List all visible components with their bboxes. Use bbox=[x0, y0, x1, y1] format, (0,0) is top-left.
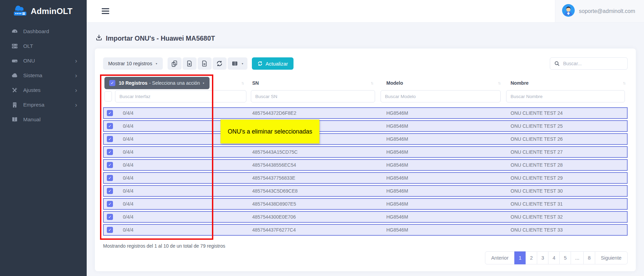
pagination-next[interactable]: Siguiente bbox=[595, 251, 628, 264]
cell-sn: 485754438D8907E5 bbox=[249, 201, 378, 207]
row-checkbox[interactable]: ✓ bbox=[107, 123, 113, 129]
user-menu[interactable]: soporte@adminolt.com bbox=[555, 0, 644, 22]
row-checkbox[interactable]: ✓ bbox=[107, 201, 113, 207]
row-checkbox[interactable]: ✓ bbox=[107, 162, 113, 168]
cell-interfaz: 0/4/4 bbox=[115, 149, 249, 155]
cell-sn: 485754437F6277C4 bbox=[249, 227, 378, 233]
cell-nombre: ONU CLIENTE TEST 28 bbox=[504, 162, 627, 168]
file-export-button[interactable] bbox=[198, 57, 212, 70]
column-header-nombre[interactable]: Nombre bbox=[511, 80, 529, 86]
cell-modelo: HG8546M bbox=[378, 188, 504, 194]
select-all-checkbox[interactable]: ✓ bbox=[109, 80, 115, 86]
sidebar: AdminOLT Dashboard OLT ONU › bbox=[0, 0, 87, 276]
show-entries-label: Mostrar 10 registros bbox=[108, 61, 152, 66]
server-icon bbox=[11, 43, 18, 50]
sidebar-item-dashboard[interactable]: Dashboard bbox=[0, 24, 87, 39]
chevron-right-icon: › bbox=[75, 87, 77, 93]
row-checkbox[interactable]: ✓ bbox=[107, 188, 113, 194]
cell-sn: 4857544372D6F8E2 bbox=[249, 110, 378, 116]
sidebar-item-label: Empresa bbox=[23, 102, 44, 108]
table-row[interactable]: ✓ 0/4/4 48575443C5D69CE8 HG8546M ONU CLI… bbox=[103, 185, 628, 197]
sort-nombre-icon[interactable]: ↑↓ bbox=[623, 81, 625, 85]
filter-interfaz-input[interactable] bbox=[115, 90, 246, 102]
sidebar-item-label: Dashboard bbox=[23, 28, 49, 34]
row-checkbox[interactable]: ✓ bbox=[107, 149, 113, 155]
book-icon bbox=[11, 116, 18, 123]
column-header-sn[interactable]: SN bbox=[252, 80, 259, 86]
row-checkbox[interactable]: ✓ bbox=[107, 110, 113, 116]
copy-icon bbox=[171, 60, 178, 67]
table-row[interactable]: ✓ 0/4/4 485754437756833E HG8546M ONU CLI… bbox=[103, 172, 628, 184]
show-entries-dropdown[interactable]: Mostrar 10 registros ▼ bbox=[103, 57, 163, 70]
table-row[interactable]: ✓ 0/4/4 485754438D8907E5 HG8546M ONU CLI… bbox=[103, 198, 628, 210]
column-visibility-button[interactable]: ▼ bbox=[228, 57, 247, 70]
brand-logo[interactable]: AdminOLT bbox=[0, 0, 87, 23]
table-row[interactable]: ✓ 0/4/4 485754438556EC54 HG8546M ONU CLI… bbox=[103, 159, 628, 171]
sidebar-item-empresa[interactable]: Empresa › bbox=[0, 97, 87, 112]
tools-icon bbox=[11, 87, 18, 94]
row-checkbox[interactable]: ✓ bbox=[107, 227, 113, 233]
sort-interfaz-icon[interactable]: ↑↓ bbox=[241, 81, 244, 85]
caret-down-icon: ▼ bbox=[241, 63, 244, 65]
table-row[interactable]: ✓ 0/4/4 HG8546M ONU CLIENTE TEST 25 bbox=[103, 120, 628, 132]
actualizar-button[interactable]: Actualizar bbox=[252, 57, 294, 70]
page-title: Importar ONU's - Huawei MA5680T bbox=[106, 34, 215, 42]
brand-name: AdminOLT bbox=[31, 6, 72, 16]
table-filter-row bbox=[103, 90, 628, 102]
filter-nombre-input[interactable] bbox=[506, 90, 625, 102]
menu-toggle-icon[interactable] bbox=[102, 8, 109, 14]
excel-export-button[interactable] bbox=[183, 57, 197, 70]
dashboard-icon bbox=[11, 28, 18, 35]
sort-modelo-icon[interactable]: ↑↓ bbox=[498, 81, 500, 85]
table-row[interactable]: ✓ 0/4/4 48575443A15CD75C HG8546M ONU CLI… bbox=[103, 146, 628, 158]
table-row[interactable]: ✓ 0/4/4 485754437F6277C4 HG8546M ONU CLI… bbox=[103, 224, 628, 236]
pagination-page-1[interactable]: 1 bbox=[514, 251, 526, 264]
pagination-page-8[interactable]: 8 bbox=[583, 251, 595, 264]
bulk-action-label: - Selecciona una acción bbox=[149, 80, 200, 86]
pagination-page-4[interactable]: 4 bbox=[548, 251, 560, 264]
sidebar-item-ajustes[interactable]: Ajustes › bbox=[0, 83, 87, 97]
cell-modelo: HG8546M bbox=[378, 214, 504, 220]
table-row[interactable]: ✓ 0/4/4 4857544300E0E706 HG8546M ONU CLI… bbox=[103, 211, 628, 223]
bulk-action-dropdown[interactable]: ✓ 10 Registros - Selecciona una acción ▼ bbox=[104, 77, 210, 89]
cell-nombre: ONU CLIENTE TEST 25 bbox=[504, 123, 627, 129]
column-header-modelo[interactable]: Modelo bbox=[386, 80, 403, 86]
sidebar-item-olt[interactable]: OLT bbox=[0, 39, 87, 53]
table-header-row: ✓ 10 Registros - Selecciona una acción ▼… bbox=[103, 76, 628, 90]
filter-modelo-input[interactable] bbox=[381, 90, 501, 102]
reload-table-button[interactable] bbox=[213, 57, 227, 70]
import-icon bbox=[96, 34, 102, 42]
row-checkbox[interactable]: ✓ bbox=[107, 136, 113, 142]
cell-sn: 48575443A15CD75C bbox=[249, 149, 378, 155]
sort-sn-icon[interactable]: ↑↓ bbox=[371, 81, 373, 85]
sidebar-item-label: Ajustes bbox=[23, 87, 41, 93]
sidebar-item-onu[interactable]: ONU › bbox=[0, 53, 87, 68]
pagination-page-5[interactable]: 5 bbox=[559, 251, 571, 264]
row-checkbox[interactable]: ✓ bbox=[107, 175, 113, 181]
select-filter-box[interactable] bbox=[104, 91, 112, 101]
copy-button[interactable] bbox=[168, 57, 182, 70]
cell-nombre: ONU CLIENTE TEST 33 bbox=[504, 227, 627, 233]
chevron-right-icon: › bbox=[75, 57, 77, 64]
row-checkbox[interactable]: ✓ bbox=[107, 214, 113, 220]
sidebar-item-label: ONU bbox=[23, 58, 35, 64]
excel-export-icon bbox=[186, 60, 193, 67]
user-email: soporte@adminolt.com bbox=[579, 8, 635, 14]
sidebar-item-manual[interactable]: Manual bbox=[0, 112, 87, 127]
pagination-page-2[interactable]: 2 bbox=[526, 251, 537, 264]
table-row[interactable]: ✓ 0/4/4 HG8546M ONU CLIENTE TEST 26 bbox=[103, 133, 628, 145]
app-window: AdminOLT Dashboard OLT ONU › bbox=[0, 0, 644, 276]
table-row[interactable]: ✓ 0/4/4 4857544372D6F8E2 HG8546M ONU CLI… bbox=[103, 107, 628, 119]
cloud-icon bbox=[11, 72, 18, 79]
selected-count: 10 Registros bbox=[119, 80, 147, 86]
building-icon bbox=[11, 101, 18, 108]
pagination-previous[interactable]: Anterior bbox=[485, 251, 515, 264]
cell-interfaz: 0/4/4 bbox=[115, 188, 249, 194]
cell-modelo: HG8546M bbox=[378, 175, 504, 181]
filter-sn-input[interactable] bbox=[251, 90, 375, 102]
yellow-annotation-tooltip: ONU's a eliminar seleccionadas bbox=[220, 120, 319, 143]
pagination-page-3[interactable]: 3 bbox=[537, 251, 548, 264]
sidebar-item-sistema[interactable]: Sistema › bbox=[0, 68, 87, 83]
cell-modelo: HG8546M bbox=[378, 201, 504, 207]
search-input[interactable] bbox=[563, 61, 627, 66]
